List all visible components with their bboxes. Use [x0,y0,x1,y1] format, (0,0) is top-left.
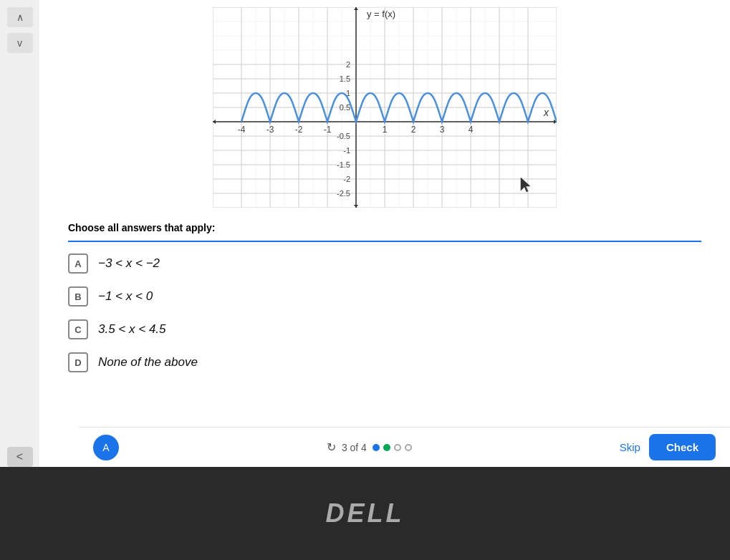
svg-text:4: 4 [469,125,474,135]
check-button[interactable]: Check [649,434,716,460]
option-d[interactable]: D None of the above [68,352,701,372]
screen: ∧ v < [0,0,730,560]
bottom-bar: A ↻ 3 of 4 Skip Check [79,427,730,467]
svg-text:-0.5: -0.5 [337,132,350,140]
graph-container: -4 -3 -2 -1 1 2 3 4 2 1.5 [54,7,716,211]
svg-text:-3: -3 [266,125,274,135]
svg-text:-2: -2 [295,125,303,135]
function-graph: -4 -3 -2 -1 1 2 3 4 2 1.5 [213,7,557,208]
down-icon: v [17,37,22,49]
svg-text:-1.5: -1.5 [337,160,350,169]
instruction-text: Choose all answers that apply: [68,222,701,233]
left-icon: < [16,450,23,463]
option-a-badge: A [68,254,88,274]
svg-text:1.5: 1.5 [340,74,350,83]
dot-2 [383,444,390,451]
option-d-text: None of the above [98,355,198,370]
dot-4 [405,444,412,451]
svg-text:x: x [543,107,549,118]
svg-text:0.5: 0.5 [340,103,350,112]
option-a-text: −3 < x < −2 [98,256,160,271]
option-d-badge: D [68,352,88,372]
dot-1 [373,444,380,451]
option-b-text: −1 < x < 0 [98,289,153,304]
dell-logo: DELL [326,498,405,528]
left-sidebar: ∧ v < [0,0,39,467]
option-c[interactable]: C 3.5 < x < 4.5 [68,319,701,339]
option-c-badge: C [68,319,88,339]
progress-info: ↻ 3 of 4 [327,440,412,454]
bottom-left-area: A [93,435,119,460]
dot-3 [394,444,401,451]
option-b-badge: B [68,286,88,306]
svg-text:-1: -1 [343,146,350,155]
option-c-text: 3.5 < x < 4.5 [98,322,166,337]
svg-text:1: 1 [383,125,388,135]
svg-text:-4: -4 [238,125,246,135]
content-area: -4 -3 -2 -1 1 2 3 4 2 1.5 [39,0,730,467]
graph-svg-wrapper: -4 -3 -2 -1 1 2 3 4 2 1.5 [213,7,557,211]
svg-text:3: 3 [440,125,445,135]
skip-button[interactable]: Skip [620,441,640,453]
laptop-body: DELL [0,467,730,560]
left-button[interactable]: < [7,447,33,467]
progress-dots [373,444,412,451]
svg-text:-2.5: -2.5 [337,189,350,198]
bottom-right-area: Skip Check [620,434,716,460]
up-icon: ∧ [16,11,24,23]
option-b[interactable]: B −1 < x < 0 [68,286,701,306]
main-panel: -4 -3 -2 -1 1 2 3 4 2 1.5 [39,0,730,467]
up-button[interactable]: ∧ [7,7,33,27]
avatar: A [93,435,119,460]
refresh-icon: ↻ [327,440,336,454]
question-section: Choose all answers that apply: A −3 < x … [54,222,716,385]
svg-text:y = f(x): y = f(x) [367,9,395,19]
down-button[interactable]: v [7,33,33,53]
svg-text:-1: -1 [324,125,332,135]
option-a[interactable]: A −3 < x < −2 [68,254,701,274]
svg-text:-2: -2 [343,175,350,183]
divider [68,241,701,242]
avatar-icon: A [102,442,109,453]
svg-text:2: 2 [346,60,350,69]
svg-text:2: 2 [411,125,416,135]
progress-text: 3 of 4 [342,442,367,453]
